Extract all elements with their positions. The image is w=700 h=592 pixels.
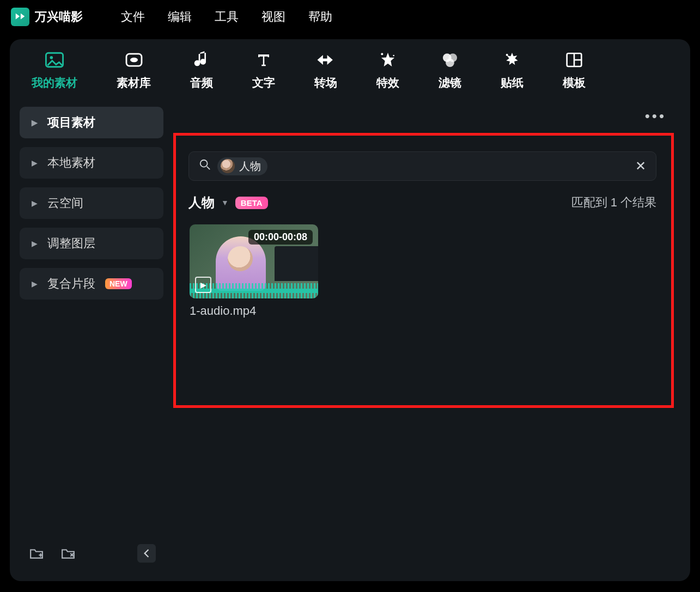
sidebar-footer — [20, 544, 163, 567]
app-logo: 万兴喵影 — [11, 8, 83, 26]
search-bar[interactable]: 人物 ✕ — [188, 151, 656, 181]
thumb-face — [228, 246, 253, 271]
svg-point-13 — [200, 160, 208, 167]
caret-right-icon: ▶ — [32, 199, 38, 207]
sticker-icon — [501, 49, 523, 71]
menu-edit[interactable]: 编辑 — [168, 9, 192, 25]
workspace: 我的素材 素材库 音频 文字 转场 — [10, 39, 690, 581]
tab-my-media[interactable]: 我的素材 — [32, 49, 77, 90]
clear-search-button[interactable]: ✕ — [635, 158, 646, 174]
main-panel: ••• 人物 ✕ 人物 ▼ BETA 匹配到 1 个结果 — [173, 102, 690, 571]
tab-my-media-label: 我的素材 — [32, 75, 77, 90]
thumb-panel — [275, 246, 318, 281]
menu-help[interactable]: 帮助 — [308, 9, 332, 25]
collapse-sidebar-button[interactable] — [137, 544, 156, 563]
caret-right-icon: ▶ — [32, 239, 38, 248]
svg-point-9 — [506, 54, 508, 56]
sidebar-item-compound-clip[interactable]: ▶ 复合片段 NEW — [20, 268, 163, 300]
tab-templates-label: 模板 — [563, 75, 586, 90]
cloud-icon — [123, 49, 145, 71]
top-toolbar: 我的素材 素材库 音频 文字 转场 — [10, 39, 690, 96]
search-chip-person[interactable]: 人物 — [217, 157, 267, 175]
music-note-icon — [191, 49, 212, 71]
sidebar: ▶ 项目素材 ▶ 本地素材 ▶ 云空间 ▶ 调整图层 ▶ 复合片段 NEW — [10, 102, 173, 571]
tab-audio-label: 音频 — [190, 75, 213, 90]
caret-right-icon: ▶ — [32, 158, 38, 167]
svg-point-5 — [393, 55, 394, 57]
media-clip[interactable]: 00:00-00:08 ▶ 1-audio.mp4 — [190, 224, 318, 318]
menu-file[interactable]: 文件 — [121, 9, 145, 25]
beta-badge: BETA — [235, 197, 268, 209]
svg-point-4 — [381, 53, 383, 55]
tab-transition[interactable]: 转场 — [314, 49, 337, 90]
clip-filename: 1-audio.mp4 — [190, 304, 318, 318]
clip-thumbnail: 00:00-00:08 ▶ — [190, 224, 318, 298]
svg-point-3 — [130, 58, 138, 62]
tab-stickers-label: 贴纸 — [501, 75, 524, 90]
transition-icon — [315, 49, 337, 71]
body: ▶ 项目素材 ▶ 本地素材 ▶ 云空间 ▶ 调整图层 ▶ 复合片段 NEW — [10, 96, 690, 581]
caret-right-icon: ▶ — [32, 118, 38, 127]
text-icon — [253, 49, 275, 71]
caret-right-icon: ▶ — [32, 279, 38, 288]
filter-row: 人物 ▼ BETA 匹配到 1 个结果 — [188, 194, 656, 211]
filters-icon — [439, 49, 461, 71]
tab-filters-label: 滤镜 — [439, 75, 461, 90]
svg-line-14 — [207, 167, 210, 170]
tab-stock[interactable]: 素材库 — [117, 49, 151, 90]
clip-time-badge: 00:00-00:08 — [248, 230, 313, 245]
search-icon — [199, 158, 211, 174]
tab-stickers[interactable]: 贴纸 — [501, 49, 524, 90]
more-menu-button[interactable]: ••• — [645, 108, 666, 125]
svg-point-1 — [50, 56, 53, 59]
search-chip-label: 人物 — [239, 159, 261, 174]
tab-transition-label: 转场 — [314, 75, 337, 90]
app-name: 万兴喵影 — [35, 9, 83, 25]
new-folder-button[interactable] — [27, 544, 46, 563]
sidebar-item-adjustment-layer[interactable]: ▶ 调整图层 — [20, 228, 163, 259]
tab-effects[interactable]: 特效 — [376, 49, 399, 90]
sidebar-item-label: 复合片段 — [47, 276, 95, 292]
sidebar-item-label: 本地素材 — [47, 155, 95, 171]
delete-folder-button[interactable] — [59, 544, 77, 563]
filter-label: 人物 — [188, 194, 215, 211]
app-logo-icon — [11, 8, 29, 26]
sidebar-item-label: 项目素材 — [47, 114, 95, 131]
menu-tools[interactable]: 工具 — [215, 9, 239, 25]
sidebar-item-project-media[interactable]: ▶ 项目素材 — [20, 107, 163, 138]
sidebar-item-label: 调整图层 — [47, 235, 95, 252]
media-type-icon: ▶ — [195, 277, 211, 293]
chevron-down-icon[interactable]: ▼ — [221, 198, 229, 207]
tab-stock-label: 素材库 — [117, 75, 151, 90]
template-icon — [563, 49, 585, 71]
image-icon — [44, 49, 65, 71]
person-avatar-icon — [221, 159, 235, 173]
menubar: 文件 编辑 工具 视图 帮助 — [121, 9, 332, 25]
tab-text[interactable]: 文字 — [252, 49, 275, 90]
menu-view[interactable]: 视图 — [261, 9, 285, 25]
tab-audio[interactable]: 音频 — [190, 49, 213, 90]
tab-filters[interactable]: 滤镜 — [439, 49, 461, 90]
sidebar-item-local-media[interactable]: ▶ 本地素材 — [20, 147, 163, 179]
tab-templates[interactable]: 模板 — [563, 49, 586, 90]
tab-effects-label: 特效 — [376, 75, 399, 90]
sidebar-item-cloud[interactable]: ▶ 云空间 — [20, 187, 163, 219]
star-icon — [377, 49, 399, 71]
sidebar-item-label: 云空间 — [47, 195, 83, 211]
result-count: 匹配到 1 个结果 — [571, 194, 656, 211]
svg-point-8 — [446, 58, 454, 67]
tab-text-label: 文字 — [252, 75, 275, 90]
titlebar: 万兴喵影 文件 编辑 工具 视图 帮助 — [0, 0, 700, 34]
new-badge: NEW — [105, 278, 132, 289]
